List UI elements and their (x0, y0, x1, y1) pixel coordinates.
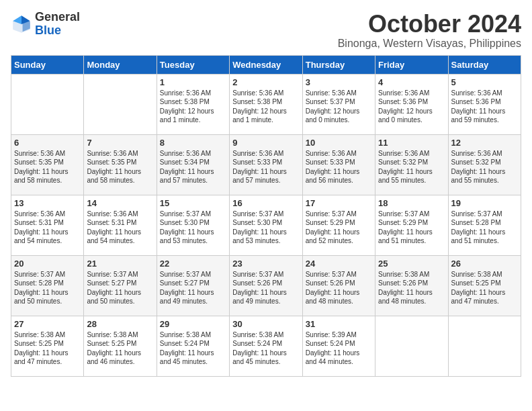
header-sunday: Sunday (11, 55, 84, 74)
day-number: 25 (378, 259, 445, 269)
calendar-cell: 11Sunrise: 5:36 AM Sunset: 5:32 PM Dayli… (375, 134, 448, 195)
calendar-cell: 29Sunrise: 5:38 AM Sunset: 5:24 PM Dayli… (157, 316, 229, 376)
calendar-cell: 18Sunrise: 5:37 AM Sunset: 5:29 PM Dayli… (375, 195, 448, 255)
header-monday: Monday (84, 55, 157, 74)
calendar-week-4: 20Sunrise: 5:37 AM Sunset: 5:28 PM Dayli… (11, 255, 521, 316)
day-number: 20 (14, 259, 81, 269)
day-number: 4 (378, 77, 445, 87)
day-info: Sunrise: 5:38 AM Sunset: 5:24 PM Dayligh… (232, 330, 299, 367)
day-info: Sunrise: 5:36 AM Sunset: 5:32 PM Dayligh… (378, 149, 445, 185)
day-info: Sunrise: 5:36 AM Sunset: 5:37 PM Dayligh… (306, 89, 372, 125)
header-wednesday: Wednesday (230, 55, 302, 74)
day-info: Sunrise: 5:37 AM Sunset: 5:26 PM Dayligh… (306, 270, 372, 306)
header-saturday: Saturday (448, 55, 521, 74)
calendar-cell: 8Sunrise: 5:36 AM Sunset: 5:34 PM Daylig… (157, 134, 229, 195)
logo-blue-text: Blue (35, 24, 80, 38)
day-info: Sunrise: 5:36 AM Sunset: 5:31 PM Dayligh… (87, 210, 153, 246)
day-info: Sunrise: 5:36 AM Sunset: 5:31 PM Dayligh… (14, 210, 81, 246)
day-number: 13 (14, 198, 81, 208)
day-info: Sunrise: 5:37 AM Sunset: 5:29 PM Dayligh… (306, 210, 372, 246)
calendar-cell: 22Sunrise: 5:37 AM Sunset: 5:27 PM Dayli… (157, 255, 229, 316)
calendar-cell: 28Sunrise: 5:38 AM Sunset: 5:25 PM Dayli… (84, 316, 157, 376)
calendar-cell: 26Sunrise: 5:38 AM Sunset: 5:25 PM Dayli… (448, 255, 521, 316)
day-info: Sunrise: 5:36 AM Sunset: 5:34 PM Dayligh… (160, 149, 226, 185)
day-info: Sunrise: 5:36 AM Sunset: 5:38 PM Dayligh… (160, 89, 226, 125)
logo-general-text: General (35, 11, 80, 24)
header-tuesday: Tuesday (157, 55, 229, 74)
calendar-cell (84, 74, 157, 134)
day-info: Sunrise: 5:37 AM Sunset: 5:30 PM Dayligh… (232, 210, 299, 246)
calendar-cell: 9Sunrise: 5:36 AM Sunset: 5:33 PM Daylig… (230, 134, 302, 195)
calendar-cell: 2Sunrise: 5:36 AM Sunset: 5:38 PM Daylig… (230, 74, 302, 134)
day-number: 24 (306, 259, 372, 269)
day-number: 2 (232, 77, 299, 87)
calendar-cell: 12Sunrise: 5:36 AM Sunset: 5:32 PM Dayli… (448, 134, 521, 195)
day-number: 26 (451, 259, 518, 269)
logo-text: General Blue (35, 11, 80, 38)
calendar-cell: 13Sunrise: 5:36 AM Sunset: 5:31 PM Dayli… (11, 195, 84, 255)
logo: General Blue (11, 11, 80, 38)
title-section: October 2024 Binonga, Western Visayas, P… (338, 11, 521, 50)
calendar-cell: 17Sunrise: 5:37 AM Sunset: 5:29 PM Dayli… (302, 195, 375, 255)
calendar-cell: 23Sunrise: 5:37 AM Sunset: 5:26 PM Dayli… (230, 255, 302, 316)
day-info: Sunrise: 5:39 AM Sunset: 5:24 PM Dayligh… (306, 330, 372, 367)
day-info: Sunrise: 5:37 AM Sunset: 5:30 PM Dayligh… (160, 210, 226, 246)
day-number: 12 (451, 138, 518, 148)
day-number: 29 (160, 319, 226, 329)
calendar-header-row: SundayMondayTuesdayWednesdayThursdayFrid… (11, 55, 521, 74)
day-info: Sunrise: 5:36 AM Sunset: 5:32 PM Dayligh… (451, 149, 518, 185)
day-info: Sunrise: 5:38 AM Sunset: 5:26 PM Dayligh… (378, 270, 445, 306)
calendar-cell: 15Sunrise: 5:37 AM Sunset: 5:30 PM Dayli… (157, 195, 229, 255)
calendar-table: SundayMondayTuesdayWednesdayThursdayFrid… (11, 55, 521, 377)
calendar-cell: 31Sunrise: 5:39 AM Sunset: 5:24 PM Dayli… (302, 316, 375, 376)
day-info: Sunrise: 5:36 AM Sunset: 5:35 PM Dayligh… (87, 149, 153, 185)
location-title: Binonga, Western Visayas, Philippines (338, 38, 521, 50)
day-number: 18 (378, 198, 445, 208)
calendar-cell: 5Sunrise: 5:36 AM Sunset: 5:36 PM Daylig… (448, 74, 521, 134)
day-info: Sunrise: 5:37 AM Sunset: 5:29 PM Dayligh… (378, 210, 445, 246)
calendar-week-5: 27Sunrise: 5:38 AM Sunset: 5:25 PM Dayli… (11, 316, 521, 376)
day-info: Sunrise: 5:36 AM Sunset: 5:38 PM Dayligh… (232, 89, 299, 125)
day-number: 6 (14, 138, 81, 148)
calendar-cell: 25Sunrise: 5:38 AM Sunset: 5:26 PM Dayli… (375, 255, 448, 316)
day-info: Sunrise: 5:36 AM Sunset: 5:33 PM Dayligh… (306, 149, 372, 185)
day-number: 28 (87, 319, 153, 329)
day-number: 22 (160, 259, 226, 269)
day-number: 9 (232, 138, 299, 148)
calendar-cell: 4Sunrise: 5:36 AM Sunset: 5:36 PM Daylig… (375, 74, 448, 134)
day-info: Sunrise: 5:37 AM Sunset: 5:28 PM Dayligh… (14, 270, 81, 306)
day-info: Sunrise: 5:37 AM Sunset: 5:26 PM Dayligh… (232, 270, 299, 306)
calendar-week-3: 13Sunrise: 5:36 AM Sunset: 5:31 PM Dayli… (11, 195, 521, 255)
logo-icon (11, 13, 32, 35)
calendar-cell: 3Sunrise: 5:36 AM Sunset: 5:37 PM Daylig… (302, 74, 375, 134)
day-number: 11 (378, 138, 445, 148)
calendar-cell: 27Sunrise: 5:38 AM Sunset: 5:25 PM Dayli… (11, 316, 84, 376)
day-number: 15 (160, 198, 226, 208)
day-number: 19 (451, 198, 518, 208)
day-number: 7 (87, 138, 153, 148)
calendar-cell: 14Sunrise: 5:36 AM Sunset: 5:31 PM Dayli… (84, 195, 157, 255)
day-info: Sunrise: 5:38 AM Sunset: 5:25 PM Dayligh… (87, 330, 153, 367)
calendar-cell: 10Sunrise: 5:36 AM Sunset: 5:33 PM Dayli… (302, 134, 375, 195)
day-info: Sunrise: 5:36 AM Sunset: 5:36 PM Dayligh… (451, 89, 518, 125)
calendar-cell: 6Sunrise: 5:36 AM Sunset: 5:35 PM Daylig… (11, 134, 84, 195)
day-info: Sunrise: 5:38 AM Sunset: 5:24 PM Dayligh… (160, 330, 226, 367)
page-header: General Blue October 2024 Binonga, Weste… (11, 11, 521, 50)
day-info: Sunrise: 5:36 AM Sunset: 5:36 PM Dayligh… (378, 89, 445, 125)
day-number: 10 (306, 138, 372, 148)
day-number: 23 (232, 259, 299, 269)
day-number: 21 (87, 259, 153, 269)
header-thursday: Thursday (302, 55, 375, 74)
day-number: 5 (451, 77, 518, 87)
calendar-cell: 16Sunrise: 5:37 AM Sunset: 5:30 PM Dayli… (230, 195, 302, 255)
day-number: 30 (232, 319, 299, 329)
day-info: Sunrise: 5:36 AM Sunset: 5:35 PM Dayligh… (14, 149, 81, 185)
header-friday: Friday (375, 55, 448, 74)
calendar-cell: 1Sunrise: 5:36 AM Sunset: 5:38 PM Daylig… (157, 74, 229, 134)
day-number: 1 (160, 77, 226, 87)
day-number: 31 (306, 319, 372, 329)
day-number: 8 (160, 138, 226, 148)
day-number: 17 (306, 198, 372, 208)
calendar-cell: 24Sunrise: 5:37 AM Sunset: 5:26 PM Dayli… (302, 255, 375, 316)
day-number: 16 (232, 198, 299, 208)
